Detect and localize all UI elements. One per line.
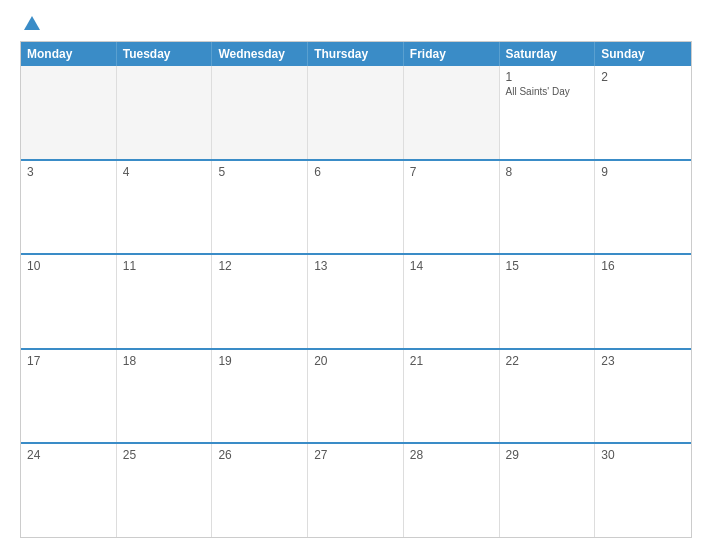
calendar-cell: 26 bbox=[212, 444, 308, 537]
day-number: 9 bbox=[601, 165, 685, 179]
day-number: 16 bbox=[601, 259, 685, 273]
calendar-week: 1All Saints' Day2 bbox=[21, 66, 691, 159]
calendar-cell: 16 bbox=[595, 255, 691, 348]
calendar-cell bbox=[212, 66, 308, 159]
weekday-header: Thursday bbox=[308, 42, 404, 66]
calendar-page: MondayTuesdayWednesdayThursdayFridaySatu… bbox=[0, 0, 712, 550]
calendar-cell bbox=[21, 66, 117, 159]
weekday-header: Tuesday bbox=[117, 42, 213, 66]
calendar-cell: 18 bbox=[117, 350, 213, 443]
day-number: 12 bbox=[218, 259, 301, 273]
day-number: 14 bbox=[410, 259, 493, 273]
calendar-cell: 21 bbox=[404, 350, 500, 443]
day-number: 2 bbox=[601, 70, 685, 84]
day-number: 25 bbox=[123, 448, 206, 462]
calendar-cell: 27 bbox=[308, 444, 404, 537]
day-number: 8 bbox=[506, 165, 589, 179]
calendar-cell: 11 bbox=[117, 255, 213, 348]
day-number: 24 bbox=[27, 448, 110, 462]
calendar-cell: 10 bbox=[21, 255, 117, 348]
day-number: 30 bbox=[601, 448, 685, 462]
day-number: 19 bbox=[218, 354, 301, 368]
calendar-cell: 22 bbox=[500, 350, 596, 443]
calendar-cell: 5 bbox=[212, 161, 308, 254]
day-number: 23 bbox=[601, 354, 685, 368]
calendar-cell: 29 bbox=[500, 444, 596, 537]
calendar-cell: 14 bbox=[404, 255, 500, 348]
calendar-cell: 23 bbox=[595, 350, 691, 443]
weekday-header: Wednesday bbox=[212, 42, 308, 66]
calendar-cell: 19 bbox=[212, 350, 308, 443]
day-number: 29 bbox=[506, 448, 589, 462]
calendar-cell: 8 bbox=[500, 161, 596, 254]
calendar-cell: 30 bbox=[595, 444, 691, 537]
calendar-cell bbox=[308, 66, 404, 159]
calendar-grid: MondayTuesdayWednesdayThursdayFridaySatu… bbox=[20, 41, 692, 538]
calendar-week: 10111213141516 bbox=[21, 253, 691, 348]
calendar-cell bbox=[404, 66, 500, 159]
weekday-header: Friday bbox=[404, 42, 500, 66]
day-number: 21 bbox=[410, 354, 493, 368]
calendar-cell: 17 bbox=[21, 350, 117, 443]
day-number: 1 bbox=[506, 70, 589, 84]
calendar-week: 17181920212223 bbox=[21, 348, 691, 443]
calendar-cell: 13 bbox=[308, 255, 404, 348]
calendar-cell: 4 bbox=[117, 161, 213, 254]
day-number: 22 bbox=[506, 354, 589, 368]
calendar-cell: 12 bbox=[212, 255, 308, 348]
day-number: 13 bbox=[314, 259, 397, 273]
calendar-cell: 28 bbox=[404, 444, 500, 537]
calendar-cell: 3 bbox=[21, 161, 117, 254]
calendar-cell: 1All Saints' Day bbox=[500, 66, 596, 159]
weekday-header: Sunday bbox=[595, 42, 691, 66]
calendar-cell: 6 bbox=[308, 161, 404, 254]
day-number: 28 bbox=[410, 448, 493, 462]
day-number: 10 bbox=[27, 259, 110, 273]
calendar-header: MondayTuesdayWednesdayThursdayFridaySatu… bbox=[21, 42, 691, 66]
holiday-label: All Saints' Day bbox=[506, 86, 589, 98]
calendar-cell: 2 bbox=[595, 66, 691, 159]
day-number: 26 bbox=[218, 448, 301, 462]
day-number: 17 bbox=[27, 354, 110, 368]
calendar-body: 1All Saints' Day234567891011121314151617… bbox=[21, 66, 691, 537]
weekday-header: Saturday bbox=[500, 42, 596, 66]
day-number: 18 bbox=[123, 354, 206, 368]
day-number: 5 bbox=[218, 165, 301, 179]
day-number: 4 bbox=[123, 165, 206, 179]
day-number: 27 bbox=[314, 448, 397, 462]
calendar-cell: 7 bbox=[404, 161, 500, 254]
calendar-cell: 20 bbox=[308, 350, 404, 443]
day-number: 3 bbox=[27, 165, 110, 179]
logo bbox=[20, 16, 42, 31]
calendar-cell: 15 bbox=[500, 255, 596, 348]
calendar-cell: 24 bbox=[21, 444, 117, 537]
page-header bbox=[20, 16, 692, 31]
calendar-week: 3456789 bbox=[21, 159, 691, 254]
weekday-header: Monday bbox=[21, 42, 117, 66]
calendar-cell: 9 bbox=[595, 161, 691, 254]
calendar-cell bbox=[117, 66, 213, 159]
calendar-week: 24252627282930 bbox=[21, 442, 691, 537]
logo-triangle-icon bbox=[24, 16, 40, 30]
day-number: 20 bbox=[314, 354, 397, 368]
day-number: 6 bbox=[314, 165, 397, 179]
day-number: 11 bbox=[123, 259, 206, 273]
calendar-cell: 25 bbox=[117, 444, 213, 537]
day-number: 7 bbox=[410, 165, 493, 179]
day-number: 15 bbox=[506, 259, 589, 273]
